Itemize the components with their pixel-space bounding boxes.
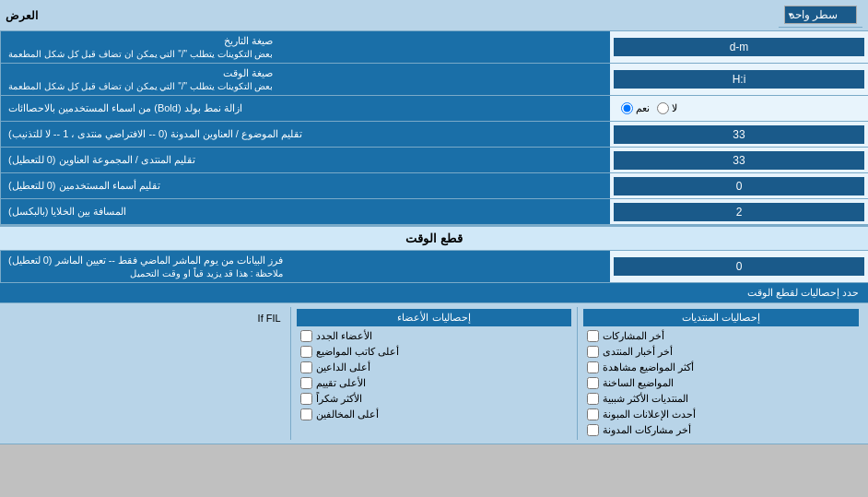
- forum-order-row: تقليم المنتدى / المجموعة العناوين (0 للت…: [0, 148, 868, 173]
- item-last-blog-posts: أخر مشاركات المدونة: [583, 422, 859, 438]
- checkbox-section: إحصاليات المنتديات أخر المشاركات أخر أخب…: [0, 303, 868, 444]
- item-similar-forums: المنتديات الأكثر شببية: [583, 391, 859, 407]
- date-format-label: صيغة التاريخ بعض التكوينات يتطلب "/" الت…: [0, 31, 610, 63]
- users-order-input-cell: [610, 173, 868, 198]
- cb-top-writer[interactable]: [300, 346, 312, 358]
- define-row: حدد إحصاليات لقطع الوقت: [0, 283, 868, 303]
- cell-spacing-row: المسافة بين الخلايا (بالبكسل): [0, 199, 868, 225]
- cb-last-news[interactable]: [587, 346, 599, 358]
- cb-top-rated[interactable]: [300, 377, 312, 389]
- cb-similar-forums[interactable]: [587, 393, 599, 405]
- forum-order-input-cell: [610, 148, 868, 172]
- forums-col-header: إحصاليات المنتديات: [583, 309, 859, 326]
- radio-no-label[interactable]: لا: [657, 102, 677, 114]
- if-fil-text: If FIL: [9, 309, 285, 327]
- cb-most-viewed[interactable]: [587, 361, 599, 373]
- filter-input[interactable]: [614, 257, 864, 276]
- cb-last-posts[interactable]: [587, 330, 599, 342]
- remove-bold-radio-group: لا نعم: [614, 101, 685, 116]
- cb-new-members[interactable]: [300, 330, 312, 342]
- item-top-violators: أعلى المخالفين: [297, 407, 572, 422]
- remove-bold-input-cell: لا نعم: [610, 96, 868, 121]
- time-format-input[interactable]: [614, 70, 864, 89]
- topics-order-input-cell: [610, 122, 868, 147]
- date-format-row: صيغة التاريخ بعض التكوينات يتطلب "/" الت…: [0, 31, 868, 64]
- remove-bold-label: ازالة نمط بولد (Bold) من اسماء المستخدمي…: [0, 96, 610, 121]
- define-label: حدد إحصاليات لقطع الوقت: [747, 287, 859, 298]
- item-top-inviters: أعلى الداعين: [297, 360, 572, 375]
- header-right-label: العرض: [6, 9, 38, 22]
- item-last-news: أخر أخبار المنتدى: [583, 344, 859, 360]
- topics-order-label: تقليم الموضوع / العناوين المدونة (0 -- ا…: [0, 122, 610, 147]
- item-hot-topics: المواضيع الساخنة: [583, 375, 859, 391]
- forum-order-label: تقليم المنتدى / المجموعة العناوين (0 للت…: [0, 148, 610, 172]
- radio-yes-label[interactable]: نعم: [621, 102, 650, 114]
- cell-spacing-input-cell: [610, 199, 868, 224]
- radio-no[interactable]: [657, 102, 669, 114]
- main-container: سطر واحد سطرين ثلاثة أسطر العرض صيغة الت…: [0, 0, 868, 444]
- users-order-input[interactable]: [614, 177, 864, 195]
- radio-yes[interactable]: [621, 102, 633, 114]
- cell-spacing-input[interactable]: [614, 203, 864, 221]
- display-select[interactable]: سطر واحد سطرين ثلاثة أسطر: [784, 6, 857, 24]
- checkbox-col-forums: إحصاليات المنتديات أخر المشاركات أخر أخب…: [577, 307, 864, 440]
- forum-order-input[interactable]: [614, 151, 864, 170]
- item-most-viewed: أكثر المواضيع مشاهدة: [583, 360, 859, 375]
- filter-label: فرز البيانات من يوم الماشر الماضي فقط --…: [0, 251, 610, 282]
- item-top-rated: الأعلى تقييم: [297, 375, 572, 391]
- cell-spacing-label: المسافة بين الخلايا (بالبكسل): [0, 199, 610, 224]
- item-last-posts: أخر المشاركات: [583, 328, 859, 344]
- item-most-thanks: الأكثر شكراً: [297, 391, 572, 407]
- members-col-header: إحصاليات الأعضاء: [297, 309, 572, 326]
- time-section-header: قطع الوقت: [0, 225, 868, 251]
- select-wrapper[interactable]: سطر واحد سطرين ثلاثة أسطر: [784, 6, 857, 24]
- filter-row: فرز البيانات من يوم الماشر الماضي فقط --…: [0, 251, 868, 283]
- users-order-row: تقليم أسماء المستخدمين (0 للتعطيل): [0, 173, 868, 199]
- cb-last-blog-posts[interactable]: [587, 424, 599, 436]
- time-format-label: صيغة الوقت بعض التكوينات يتطلب "/" التي …: [0, 64, 610, 95]
- cb-top-inviters[interactable]: [300, 361, 312, 373]
- users-order-label: تقليم أسماء المستخدمين (0 للتعطيل): [0, 173, 610, 198]
- item-top-writer: أعلى كاتب المواضيع: [297, 344, 572, 360]
- cb-most-thanks[interactable]: [300, 393, 312, 405]
- header-left: سطر واحد سطرين ثلاثة أسطر: [779, 3, 862, 28]
- checkbox-col-members: إحصاليات الأعضاء الأعضاء الجدد أعلى كاتب…: [290, 307, 578, 440]
- cb-hot-topics[interactable]: [587, 377, 599, 389]
- filter-input-cell: [610, 251, 868, 282]
- checkbox-cols: إحصاليات المنتديات أخر المشاركات أخر أخب…: [4, 307, 864, 440]
- cb-top-violators[interactable]: [300, 408, 312, 420]
- item-latest-announce: أحدث الإعلانات المبونة: [583, 407, 859, 422]
- item-new-members: الأعضاء الجدد: [297, 328, 572, 344]
- date-format-input[interactable]: [614, 38, 864, 56]
- header-row: سطر واحد سطرين ثلاثة أسطر العرض: [0, 0, 868, 31]
- date-format-input-cell: [610, 31, 868, 63]
- time-format-row: صيغة الوقت بعض التكوينات يتطلب "/" التي …: [0, 64, 868, 96]
- cb-latest-announce[interactable]: [587, 408, 599, 420]
- checkbox-col-empty: If FIL: [4, 307, 290, 440]
- remove-bold-row: لا نعم ازالة نمط بولد (Bold) من اسماء ال…: [0, 96, 868, 122]
- topics-order-input[interactable]: [614, 125, 864, 144]
- topics-order-row: تقليم الموضوع / العناوين المدونة (0 -- ا…: [0, 122, 868, 148]
- time-format-input-cell: [610, 64, 868, 95]
